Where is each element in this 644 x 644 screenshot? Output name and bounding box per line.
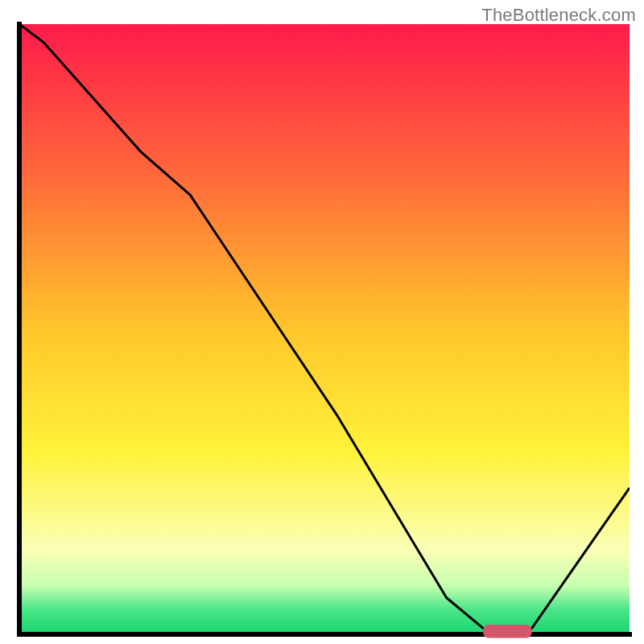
plot-background-gradient [19,24,630,634]
optimal-range-marker [483,625,532,638]
chart-container: TheBottleneck.com [0,0,644,644]
bottleneck-chart [0,0,644,644]
